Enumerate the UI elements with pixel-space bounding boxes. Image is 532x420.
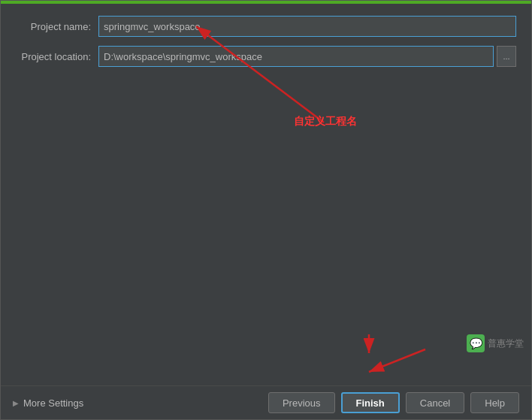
project-name-label: Project name:: [16, 21, 98, 32]
svg-line-3: [369, 349, 425, 372]
more-settings-label: More Settings: [23, 397, 83, 409]
wechat-icon: 💬: [467, 334, 485, 352]
help-button[interactable]: Help: [470, 392, 519, 413]
bottom-panel: ▶ More Settings Previous Finish Cancel H…: [1, 385, 531, 419]
more-settings-arrow-icon: ▶: [13, 399, 19, 407]
project-name-row: Project name:: [16, 16, 516, 37]
project-location-input[interactable]: [98, 46, 494, 67]
svg-line-1: [196, 26, 324, 122]
project-name-input[interactable]: [98, 16, 516, 37]
watermark-text: 普惠学堂: [488, 337, 524, 350]
watermark: 💬 普惠学堂: [467, 334, 524, 352]
more-settings-toggle[interactable]: ▶ More Settings: [13, 397, 83, 409]
dialog-container: Project name: Project location: ...: [0, 0, 532, 420]
project-location-label: Project location:: [16, 51, 98, 62]
finish-button[interactable]: Finish: [341, 392, 400, 413]
annotation-text: 自定义工程名: [294, 115, 357, 128]
content-area: Project name: Project location: ...: [1, 4, 531, 385]
project-location-row: Project location: ...: [16, 46, 516, 67]
previous-button[interactable]: Previous: [268, 392, 335, 413]
cancel-button[interactable]: Cancel: [406, 392, 464, 413]
button-group: Previous Finish Cancel Help: [268, 392, 519, 413]
project-location-input-group: ...: [98, 46, 516, 67]
browse-button[interactable]: ...: [497, 46, 516, 67]
